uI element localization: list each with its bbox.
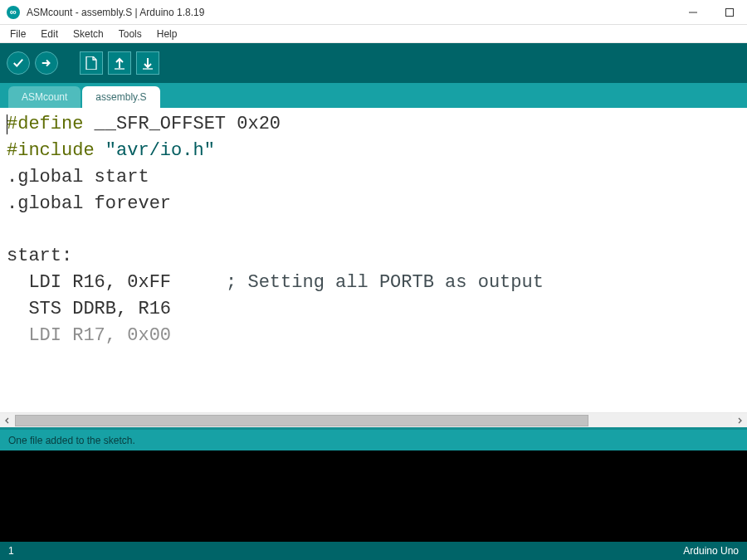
tab-asmcount[interactable]: ASMcount (8, 86, 81, 108)
scroll-track[interactable] (15, 414, 732, 427)
new-sketch-button[interactable] (80, 51, 103, 75)
menu-edit[interactable]: Edit (34, 27, 65, 41)
chevron-right-icon (736, 417, 743, 424)
menu-help[interactable]: Help (150, 27, 184, 41)
arduino-app-icon (7, 6, 20, 19)
tab-assembly-s[interactable]: assembly.S (82, 86, 159, 108)
code-line: .global forever (7, 191, 740, 217)
code-editor[interactable]: #define __SFR_OFFSET 0x20 #include "avr/… (0, 108, 747, 412)
code-line: #include "avr/io.h" (7, 138, 740, 164)
maximize-button[interactable] (719, 4, 740, 21)
menu-file[interactable]: File (3, 27, 32, 41)
chevron-left-icon (4, 417, 11, 424)
status-message: One file added to the sketch. (8, 435, 135, 446)
output-console[interactable] (0, 450, 747, 542)
upload-button[interactable] (35, 51, 58, 75)
svg-rect-1 (726, 8, 734, 16)
arrow-up-icon (114, 56, 125, 70)
footer-line-number: 1 (8, 545, 683, 557)
menu-sketch[interactable]: Sketch (66, 27, 110, 41)
window-title: ASMcount - assembly.S | Arduino 1.8.19 (27, 7, 682, 18)
minimize-button[interactable] (682, 4, 704, 21)
status-bar: One file added to the sketch. (0, 427, 747, 450)
editor-horizontal-scrollbar[interactable] (0, 412, 747, 427)
arrow-down-icon (142, 56, 154, 70)
window-titlebar: ASMcount - assembly.S | Arduino 1.8.19 (0, 0, 747, 25)
window-controls (682, 4, 740, 21)
file-new-icon (85, 56, 97, 70)
verify-button[interactable] (7, 51, 30, 75)
open-sketch-button[interactable] (108, 51, 131, 75)
menu-bar: File Edit Sketch Tools Help (0, 25, 747, 43)
arrow-right-icon (41, 57, 52, 69)
code-line: .global start (7, 164, 740, 191)
footer-bar: 1 Arduino Uno (0, 542, 747, 560)
scroll-right-button[interactable] (732, 413, 747, 428)
save-sketch-button[interactable] (136, 51, 159, 75)
footer-board-name: Arduino Uno (683, 545, 739, 557)
code-line: start: (7, 243, 740, 270)
check-icon (12, 57, 24, 69)
scroll-left-button[interactable] (0, 413, 15, 428)
tab-bar: ASMcount assembly.S (0, 83, 747, 108)
code-line: STS DDRB, R16 (7, 296, 740, 323)
code-line: LDI R16, 0xFF ; Setting all PORTB as out… (7, 270, 740, 296)
menu-tools[interactable]: Tools (112, 27, 149, 41)
code-line: LDI R17, 0x00 (7, 323, 740, 349)
code-line (7, 217, 740, 244)
code-line: #define __SFR_OFFSET 0x20 (7, 111, 740, 138)
toolbar (0, 43, 747, 83)
scroll-thumb[interactable] (15, 415, 588, 426)
